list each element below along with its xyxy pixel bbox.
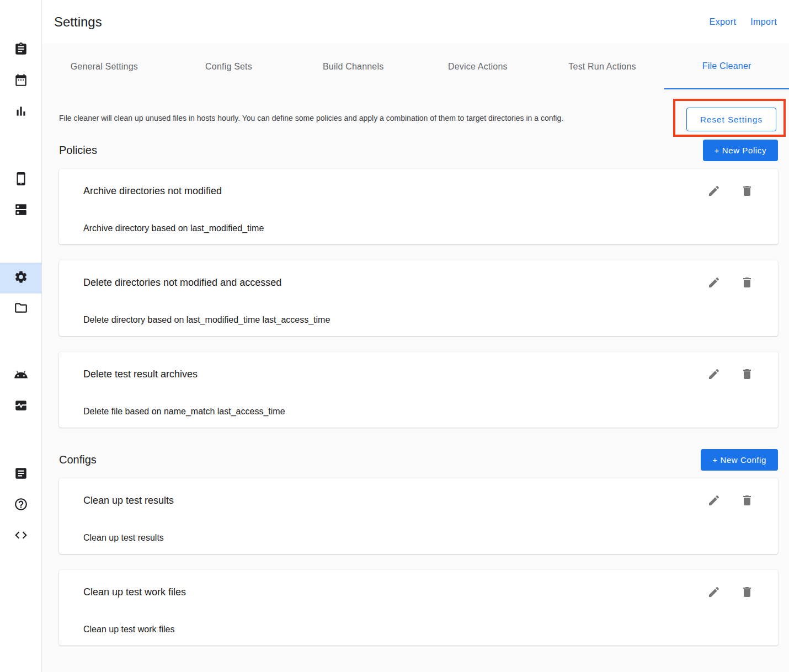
sidebar-item-reports[interactable] bbox=[0, 97, 41, 127]
calendar-icon bbox=[14, 73, 28, 89]
trash-icon bbox=[740, 191, 754, 199]
delete-policy-button[interactable] bbox=[740, 184, 754, 198]
code-icon bbox=[14, 528, 28, 545]
tab-general-settings[interactable]: General Settings bbox=[42, 44, 167, 89]
policy-description: Delete directory based on last_modified_… bbox=[83, 314, 754, 325]
smartphone-icon bbox=[14, 172, 28, 188]
edit-policy-button[interactable] bbox=[707, 367, 721, 381]
policy-description: Delete file based on name_match last_acc… bbox=[83, 406, 754, 417]
page-title: Settings bbox=[54, 14, 102, 30]
help-icon bbox=[14, 497, 28, 514]
import-link[interactable]: Import bbox=[750, 17, 777, 27]
policy-list: Archive directories not modified Archive… bbox=[59, 169, 778, 428]
edit-pencil-icon bbox=[707, 500, 721, 509]
file-cleaner-panel: File cleaner will clean up unused files … bbox=[42, 89, 789, 662]
tab-config-sets[interactable]: Config Sets bbox=[167, 44, 291, 89]
settings-tabbar: General Settings Config Sets Build Chann… bbox=[42, 44, 789, 89]
main-panel: Settings Export Import General Settings … bbox=[42, 0, 789, 672]
configs-heading: Configs bbox=[59, 454, 97, 466]
trash-icon bbox=[740, 500, 754, 509]
sidebar-item-test-plans[interactable] bbox=[0, 35, 41, 66]
policy-card: Archive directories not modified Archive… bbox=[59, 169, 778, 244]
delete-config-button[interactable] bbox=[740, 494, 754, 507]
edit-config-button[interactable] bbox=[707, 585, 721, 599]
delete-policy-button[interactable] bbox=[740, 367, 754, 381]
sidebar-item-settings[interactable] bbox=[0, 263, 41, 294]
edit-policy-button[interactable] bbox=[707, 184, 721, 198]
annotation-highlight-box: Reset Settings bbox=[673, 99, 786, 137]
app-window: Settings Export Import General Settings … bbox=[0, 0, 789, 672]
edit-policy-button[interactable] bbox=[707, 276, 721, 289]
settings-gear-icon bbox=[14, 270, 28, 286]
config-description: Clean up test work files bbox=[83, 624, 754, 634]
policy-title: Delete directories not modified and acce… bbox=[83, 276, 281, 289]
delete-policy-button[interactable] bbox=[740, 276, 754, 289]
policy-title: Archive directories not modified bbox=[83, 184, 222, 198]
config-title: Clean up test work files bbox=[83, 585, 186, 599]
bar-chart-icon bbox=[14, 104, 28, 120]
edit-pencil-icon bbox=[707, 592, 721, 600]
delete-config-button[interactable] bbox=[740, 585, 754, 599]
file-cleaner-description: File cleaner will clean up unused files … bbox=[59, 113, 673, 124]
edit-pencil-icon bbox=[707, 282, 721, 291]
tab-device-actions[interactable]: Device Actions bbox=[415, 44, 540, 89]
sidebar-item-monitoring[interactable] bbox=[0, 391, 41, 422]
tab-test-run-actions[interactable]: Test Run Actions bbox=[540, 44, 665, 89]
new-policy-button[interactable]: + New Policy bbox=[703, 140, 778, 161]
tab-build-channels[interactable]: Build Channels bbox=[291, 44, 415, 89]
edit-config-button[interactable] bbox=[707, 494, 721, 507]
page-header: Settings Export Import bbox=[42, 0, 789, 44]
policy-description: Archive directory based on last_modified… bbox=[83, 223, 754, 233]
config-card: Clean up test results Clean up test resu… bbox=[59, 478, 778, 554]
trash-icon bbox=[740, 282, 754, 291]
policy-card: Delete test result archives Delete file … bbox=[59, 352, 778, 428]
policies-section-header: Policies + New Policy bbox=[59, 139, 778, 161]
policy-card: Delete directories not modified and acce… bbox=[59, 260, 778, 336]
sidebar bbox=[0, 0, 42, 672]
new-config-button[interactable]: + New Config bbox=[701, 449, 778, 471]
config-description: Clean up test results bbox=[83, 532, 754, 543]
sidebar-item-devices[interactable] bbox=[0, 164, 41, 195]
config-card: Clean up test work files Clean up test w… bbox=[59, 570, 778, 646]
article-icon bbox=[14, 466, 28, 483]
reset-settings-button[interactable]: Reset Settings bbox=[686, 108, 776, 131]
clipboard-icon bbox=[14, 42, 28, 58]
config-title: Clean up test results bbox=[83, 494, 174, 507]
sidebar-item-file-browser[interactable] bbox=[0, 294, 41, 324]
export-link[interactable]: Export bbox=[710, 17, 737, 27]
sidebar-item-help[interactable] bbox=[0, 490, 41, 521]
config-list: Clean up test results Clean up test resu… bbox=[59, 478, 778, 646]
sidebar-item-logs[interactable] bbox=[0, 459, 41, 490]
policy-title: Delete test result archives bbox=[83, 367, 198, 381]
edit-pencil-icon bbox=[707, 191, 721, 199]
trash-icon bbox=[740, 592, 754, 600]
policies-heading: Policies bbox=[59, 144, 97, 157]
tab-file-cleaner[interactable]: File Cleaner bbox=[664, 44, 789, 89]
edit-pencil-icon bbox=[707, 374, 721, 382]
trash-icon bbox=[740, 374, 754, 382]
folder-icon bbox=[14, 301, 28, 317]
pulse-monitor-icon bbox=[14, 398, 28, 415]
configs-section-header: Configs + New Config bbox=[59, 449, 778, 471]
sidebar-item-dev-tools[interactable] bbox=[0, 521, 41, 552]
sidebar-item-schedule[interactable] bbox=[0, 66, 41, 97]
header-actions: Export Import bbox=[710, 17, 777, 27]
dns-icon bbox=[14, 202, 28, 219]
android-icon bbox=[14, 367, 28, 384]
sidebar-item-android[interactable] bbox=[0, 360, 41, 391]
sidebar-item-hosts[interactable] bbox=[0, 195, 41, 226]
